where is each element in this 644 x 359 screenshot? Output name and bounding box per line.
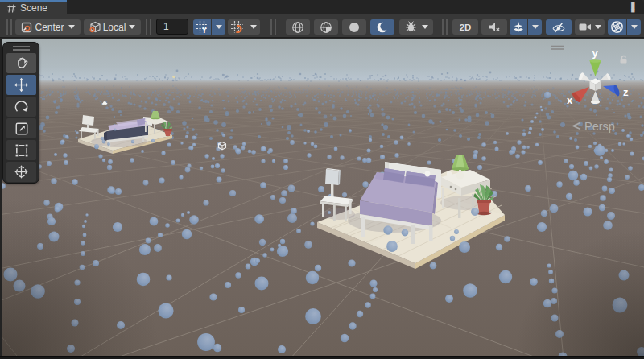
svg-text:x: x xyxy=(567,94,573,106)
svg-text:z: z xyxy=(623,86,629,98)
svg-text:y: y xyxy=(592,47,599,59)
svg-text:Y: Y xyxy=(201,26,207,33)
svg-text:Persp: Persp xyxy=(584,120,615,133)
